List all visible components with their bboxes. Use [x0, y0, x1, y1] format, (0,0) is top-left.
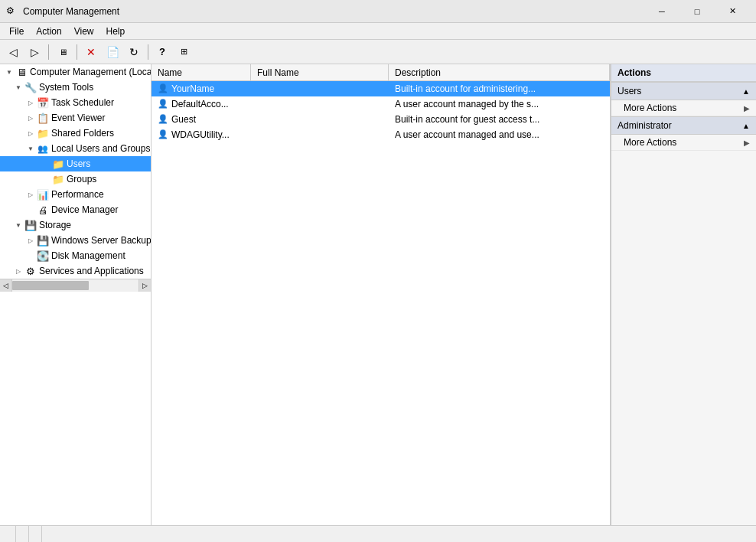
hscroll-track[interactable] [12, 279, 138, 292]
forward-button[interactable]: ▷ [24, 43, 44, 61]
view-button[interactable]: ⊞ [174, 43, 194, 61]
expand-task-scheduler[interactable]: ▷ [24, 96, 37, 109]
minimize-button[interactable]: ─ [644, 0, 679, 23]
menu-view[interactable]: View [68, 24, 100, 38]
toolbar-sep-3 [148, 44, 148, 60]
expand-local-users[interactable]: ▼ [24, 142, 37, 155]
cell-fullname-yourname [251, 87, 389, 90]
menu-help[interactable]: Help [100, 24, 132, 38]
list-row-guest[interactable]: 👤 Guest Built-in account for guest acces… [152, 112, 610, 127]
tree-panel: ▼ 🖥 Computer Management (Local ▼ 🔧 Syste… [0, 64, 152, 525]
delete-button[interactable]: ✕ [81, 43, 101, 61]
tree-item-performance[interactable]: ▷ 📊 Performance [0, 187, 151, 202]
app-icon: ⚙ [6, 5, 18, 18]
tree-item-services-apps[interactable]: ▷ ⚙ Services and Applications [0, 263, 151, 279]
list-row-wdagutility[interactable]: 👤 WDAGUtility... A user account managed … [152, 127, 610, 142]
admin-more-actions[interactable]: More Actions ▶ [611, 135, 756, 151]
expand-services-apps[interactable]: ▷ [12, 265, 24, 277]
expand-performance[interactable]: ▷ [24, 188, 37, 201]
menu-bar: File Action View Help [0, 23, 756, 40]
expand-event-viewer[interactable]: ▷ [24, 112, 37, 124]
user-icon-guest: 👤 [158, 114, 168, 125]
actions-section-users[interactable]: Users ▲ [611, 82, 756, 100]
hscroll-right-btn[interactable]: ▷ [138, 279, 151, 292]
cell-name-defaultaccount: 👤 DefaultAcco... [152, 97, 251, 111]
hscroll-thumb[interactable] [12, 281, 89, 290]
disk-mgmt-icon: 💽 [37, 250, 49, 262]
performance-icon: 📊 [37, 188, 49, 201]
menu-file[interactable]: File [3, 24, 30, 38]
window-controls: ─ □ ✕ [644, 0, 750, 23]
expand-storage[interactable]: ▼ [12, 219, 24, 231]
col-header-description[interactable]: Description [389, 64, 610, 80]
tree-item-event-viewer[interactable]: ▷ 📋 Event Viewer [0, 110, 151, 126]
cell-name-wdagutility: 👤 WDAGUtility... [152, 128, 251, 142]
status-segment-2 [16, 526, 29, 542]
hscroll-left-btn[interactable]: ◁ [0, 279, 12, 292]
users-more-actions[interactable]: More Actions ▶ [611, 100, 756, 116]
task-scheduler-icon: 📅 [37, 96, 49, 109]
left-panel-hscroll[interactable]: ◁ ▷ [0, 279, 151, 291]
cell-desc-defaultaccount: A user account managed by the s... [389, 97, 610, 111]
shared-folders-label: Shared Folders [51, 128, 114, 139]
expand-system-tools[interactable]: ▼ [12, 81, 24, 93]
list-row-defaultaccount[interactable]: 👤 DefaultAcco... A user account managed … [152, 96, 610, 112]
task-scheduler-label: Task Scheduler [51, 97, 114, 108]
system-tools-icon: 🔧 [24, 81, 37, 93]
shared-folders-icon: 📁 [37, 127, 49, 139]
admin-more-actions-arrow: ▶ [744, 139, 750, 147]
col-header-name[interactable]: Name [152, 64, 251, 80]
tree-item-storage[interactable]: ▼ 💾 Storage [0, 217, 151, 233]
windows-backup-icon: 💾 [37, 234, 49, 247]
storage-icon: 💾 [24, 219, 37, 231]
expand-shared-folders[interactable]: ▷ [24, 127, 37, 139]
local-users-icon: 👥 [37, 142, 49, 155]
tree-item-disk-mgmt[interactable]: 💽 Disk Management [0, 248, 151, 263]
list-header: Name Full Name Description [152, 64, 610, 81]
disk-mgmt-label: Disk Management [51, 250, 125, 261]
toolbar-sep-1 [48, 44, 49, 60]
cell-desc-guest: Built-in account for guest access t... [389, 113, 610, 126]
back-button[interactable]: ◁ [3, 43, 23, 61]
local-users-label: Local Users and Groups [51, 143, 150, 154]
tree-item-computer-mgmt[interactable]: ▼ 🖥 Computer Management (Local [0, 64, 151, 80]
refresh-button[interactable]: ↻ [124, 43, 144, 61]
user-icon-defaultaccount: 👤 [158, 99, 168, 109]
help-button[interactable]: ? [152, 43, 172, 61]
close-button[interactable]: ✕ [715, 0, 750, 23]
cell-desc-wdagutility: A user account managed and use... [389, 128, 610, 142]
status-bar [0, 525, 756, 542]
groups-label: Groups [67, 174, 96, 184]
tree-item-system-tools[interactable]: ▼ 🔧 System Tools [0, 80, 151, 95]
actions-panel: Actions Users ▲ More Actions ▶ Administr… [611, 64, 756, 525]
maximize-button[interactable]: □ [679, 0, 715, 23]
device-manager-icon: 🖨 [37, 204, 49, 216]
admin-section-arrow: ▲ [742, 122, 750, 130]
properties-button[interactable]: 📄 [103, 43, 122, 61]
windows-backup-label: Windows Server Backup [51, 235, 152, 246]
tree-item-device-manager[interactable]: 🖨 Device Manager [0, 202, 151, 217]
user-icon-wdagutility: 👤 [158, 129, 168, 140]
expand-computer-mgmt[interactable]: ▼ [3, 66, 15, 78]
cell-name-yourname: 👤 YourName [152, 82, 251, 96]
expand-windows-backup[interactable]: ▷ [24, 234, 37, 247]
tree-item-users[interactable]: 📁 Users [0, 156, 151, 171]
list-row-yourname[interactable]: 👤 YourName Built-in account for administ… [152, 81, 610, 96]
tree-item-local-users[interactable]: ▼ 👥 Local Users and Groups [0, 141, 151, 156]
tree-item-windows-backup[interactable]: ▷ 💾 Windows Server Backup [0, 233, 151, 248]
computer-mgmt-label: Computer Management (Local [30, 67, 152, 77]
device-manager-label: Device Manager [51, 204, 118, 215]
cell-desc-yourname: Built-in account for administering... [389, 82, 610, 96]
show-hide-button[interactable]: 🖥 [53, 43, 73, 61]
cell-fullname-defaultaccount [251, 103, 389, 106]
tree-item-groups[interactable]: 📁 Groups [0, 171, 151, 187]
tree-item-shared-folders[interactable]: ▷ 📁 Shared Folders [0, 126, 151, 141]
tree-item-task-scheduler[interactable]: ▷ 📅 Task Scheduler [0, 95, 151, 110]
actions-section-administrator[interactable]: Administrator ▲ [611, 116, 756, 135]
actions-header: Actions [611, 64, 756, 82]
system-tools-label: System Tools [39, 82, 93, 93]
users-section-label: Users [618, 86, 641, 96]
event-viewer-label: Event Viewer [51, 113, 105, 123]
menu-action[interactable]: Action [30, 24, 67, 38]
col-header-fullname[interactable]: Full Name [251, 64, 389, 80]
